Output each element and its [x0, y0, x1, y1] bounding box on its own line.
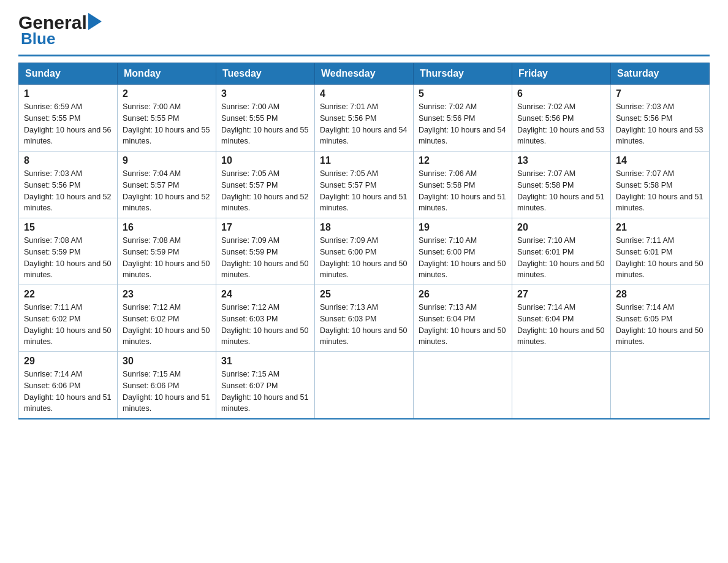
day-number: 22: [24, 289, 112, 300]
day-info: Sunrise: 7:05 AM Sunset: 5:57 PM Dayligh…: [320, 168, 408, 214]
day-number: 25: [320, 289, 408, 300]
day-info: Sunrise: 7:07 AM Sunset: 5:58 PM Dayligh…: [517, 168, 605, 214]
calendar-day-cell: 6 Sunrise: 7:02 AM Sunset: 5:56 PM Dayli…: [512, 85, 611, 151]
day-number: 21: [616, 222, 704, 233]
calendar-header-row: SundayMondayTuesdayWednesdayThursdayFrid…: [19, 63, 710, 85]
day-number: 8: [24, 155, 112, 166]
day-info: Sunrise: 7:10 AM Sunset: 6:01 PM Dayligh…: [517, 235, 605, 281]
day-number: 19: [419, 222, 507, 233]
calendar-day-cell: 19 Sunrise: 7:10 AM Sunset: 6:00 PM Dayl…: [414, 218, 512, 285]
calendar-week-row: 8 Sunrise: 7:03 AM Sunset: 5:56 PM Dayli…: [19, 151, 710, 218]
day-info: Sunrise: 7:05 AM Sunset: 5:57 PM Dayligh…: [221, 168, 309, 214]
day-number: 6: [517, 88, 605, 99]
day-info: Sunrise: 7:15 AM Sunset: 6:07 PM Dayligh…: [221, 369, 309, 415]
logo-blue-text: Blue: [21, 29, 55, 48]
day-info: Sunrise: 7:14 AM Sunset: 6:05 PM Dayligh…: [616, 302, 704, 348]
day-number: 17: [221, 222, 309, 233]
calendar-day-cell: 3 Sunrise: 7:00 AM Sunset: 5:55 PM Dayli…: [216, 85, 315, 151]
day-of-week-header: Thursday: [414, 63, 512, 85]
calendar-day-cell: 18 Sunrise: 7:09 AM Sunset: 6:00 PM Dayl…: [315, 218, 414, 285]
calendar-table: SundayMondayTuesdayWednesdayThursdayFrid…: [18, 63, 710, 419]
day-info: Sunrise: 7:02 AM Sunset: 5:56 PM Dayligh…: [419, 101, 507, 147]
calendar-day-cell: 15 Sunrise: 7:08 AM Sunset: 5:59 PM Dayl…: [19, 218, 118, 285]
calendar-day-cell: 12 Sunrise: 7:06 AM Sunset: 5:58 PM Dayl…: [414, 151, 512, 218]
day-of-week-header: Saturday: [611, 63, 710, 85]
day-info: Sunrise: 7:08 AM Sunset: 5:59 PM Dayligh…: [24, 235, 112, 281]
calendar-day-cell: 2 Sunrise: 7:00 AM Sunset: 5:55 PM Dayli…: [118, 85, 216, 151]
calendar-day-cell: 1 Sunrise: 6:59 AM Sunset: 5:55 PM Dayli…: [19, 85, 118, 151]
day-info: Sunrise: 6:59 AM Sunset: 5:55 PM Dayligh…: [24, 101, 112, 147]
day-info: Sunrise: 7:01 AM Sunset: 5:56 PM Dayligh…: [320, 101, 408, 147]
day-number: 18: [320, 222, 408, 233]
calendar-day-cell: 10 Sunrise: 7:05 AM Sunset: 5:57 PM Dayl…: [216, 151, 315, 218]
calendar-day-cell: 20 Sunrise: 7:10 AM Sunset: 6:01 PM Dayl…: [512, 218, 611, 285]
day-of-week-header: Sunday: [19, 63, 118, 85]
day-info: Sunrise: 7:06 AM Sunset: 5:58 PM Dayligh…: [419, 168, 507, 214]
day-info: Sunrise: 7:14 AM Sunset: 6:06 PM Dayligh…: [24, 369, 112, 415]
day-number: 4: [320, 88, 408, 99]
day-number: 14: [616, 155, 704, 166]
logo-arrow-icon: [88, 13, 102, 33]
day-info: Sunrise: 7:14 AM Sunset: 6:04 PM Dayligh…: [517, 302, 605, 348]
day-info: Sunrise: 7:09 AM Sunset: 6:00 PM Dayligh…: [320, 235, 408, 281]
calendar-day-cell: 14 Sunrise: 7:07 AM Sunset: 5:58 PM Dayl…: [611, 151, 710, 218]
day-number: 28: [616, 289, 704, 300]
day-number: 29: [24, 356, 112, 367]
day-info: Sunrise: 7:04 AM Sunset: 5:57 PM Dayligh…: [123, 168, 211, 214]
calendar-day-cell: 28 Sunrise: 7:14 AM Sunset: 6:05 PM Dayl…: [611, 285, 710, 352]
day-number: 9: [123, 155, 211, 166]
calendar-day-cell: 23 Sunrise: 7:12 AM Sunset: 6:02 PM Dayl…: [118, 285, 216, 352]
day-of-week-header: Monday: [118, 63, 216, 85]
calendar-day-cell: 8 Sunrise: 7:03 AM Sunset: 5:56 PM Dayli…: [19, 151, 118, 218]
calendar-day-cell: 11 Sunrise: 7:05 AM Sunset: 5:57 PM Dayl…: [315, 151, 414, 218]
day-of-week-header: Tuesday: [216, 63, 315, 85]
calendar-day-cell: [414, 352, 512, 419]
calendar-week-row: 29 Sunrise: 7:14 AM Sunset: 6:06 PM Dayl…: [19, 352, 710, 419]
day-of-week-header: Friday: [512, 63, 611, 85]
calendar-day-cell: 4 Sunrise: 7:01 AM Sunset: 5:56 PM Dayli…: [315, 85, 414, 151]
day-of-week-header: Wednesday: [315, 63, 414, 85]
calendar-day-cell: 31 Sunrise: 7:15 AM Sunset: 6:07 PM Dayl…: [216, 352, 315, 419]
day-number: 20: [517, 222, 605, 233]
day-info: Sunrise: 7:11 AM Sunset: 6:02 PM Dayligh…: [24, 302, 112, 348]
day-number: 15: [24, 222, 112, 233]
day-number: 16: [123, 222, 211, 233]
day-info: Sunrise: 7:03 AM Sunset: 5:56 PM Dayligh…: [616, 101, 704, 147]
day-number: 12: [419, 155, 507, 166]
day-number: 1: [24, 88, 112, 99]
day-info: Sunrise: 7:13 AM Sunset: 6:03 PM Dayligh…: [320, 302, 408, 348]
day-info: Sunrise: 7:13 AM Sunset: 6:04 PM Dayligh…: [419, 302, 507, 348]
day-number: 26: [419, 289, 507, 300]
calendar-day-cell: 5 Sunrise: 7:02 AM Sunset: 5:56 PM Dayli…: [414, 85, 512, 151]
day-info: Sunrise: 7:00 AM Sunset: 5:55 PM Dayligh…: [221, 101, 309, 147]
calendar-week-row: 22 Sunrise: 7:11 AM Sunset: 6:02 PM Dayl…: [19, 285, 710, 352]
calendar-week-row: 15 Sunrise: 7:08 AM Sunset: 5:59 PM Dayl…: [19, 218, 710, 285]
page-header: General Blue: [18, 12, 710, 48]
logo: General Blue: [18, 12, 102, 48]
day-info: Sunrise: 7:07 AM Sunset: 5:58 PM Dayligh…: [616, 168, 704, 214]
day-number: 5: [419, 88, 507, 99]
day-number: 27: [517, 289, 605, 300]
calendar-day-cell: 13 Sunrise: 7:07 AM Sunset: 5:58 PM Dayl…: [512, 151, 611, 218]
header-divider: [18, 55, 710, 56]
svg-marker-0: [88, 13, 102, 30]
calendar-day-cell: 17 Sunrise: 7:09 AM Sunset: 5:59 PM Dayl…: [216, 218, 315, 285]
day-number: 30: [123, 356, 211, 367]
calendar-day-cell: [315, 352, 414, 419]
day-info: Sunrise: 7:12 AM Sunset: 6:03 PM Dayligh…: [221, 302, 309, 348]
calendar-day-cell: [611, 352, 710, 419]
day-number: 3: [221, 88, 309, 99]
calendar-day-cell: 29 Sunrise: 7:14 AM Sunset: 6:06 PM Dayl…: [19, 352, 118, 419]
calendar-day-cell: 16 Sunrise: 7:08 AM Sunset: 5:59 PM Dayl…: [118, 218, 216, 285]
day-info: Sunrise: 7:08 AM Sunset: 5:59 PM Dayligh…: [123, 235, 211, 281]
day-info: Sunrise: 7:00 AM Sunset: 5:55 PM Dayligh…: [123, 101, 211, 147]
calendar-day-cell: 22 Sunrise: 7:11 AM Sunset: 6:02 PM Dayl…: [19, 285, 118, 352]
calendar-day-cell: 7 Sunrise: 7:03 AM Sunset: 5:56 PM Dayli…: [611, 85, 710, 151]
calendar-day-cell: 24 Sunrise: 7:12 AM Sunset: 6:03 PM Dayl…: [216, 285, 315, 352]
calendar-day-cell: 25 Sunrise: 7:13 AM Sunset: 6:03 PM Dayl…: [315, 285, 414, 352]
day-info: Sunrise: 7:02 AM Sunset: 5:56 PM Dayligh…: [517, 101, 605, 147]
day-number: 31: [221, 356, 309, 367]
day-info: Sunrise: 7:15 AM Sunset: 6:06 PM Dayligh…: [123, 369, 211, 415]
calendar-day-cell: 27 Sunrise: 7:14 AM Sunset: 6:04 PM Dayl…: [512, 285, 611, 352]
day-info: Sunrise: 7:11 AM Sunset: 6:01 PM Dayligh…: [616, 235, 704, 281]
